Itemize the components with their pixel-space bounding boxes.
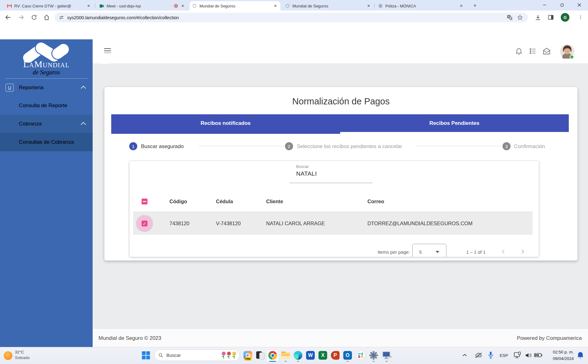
browser-tab-gmail[interactable]: RV: Caso Cierre DTW - gidier@ ✕ xyxy=(4,1,94,11)
remote-desktop-icon[interactable]: ✕ xyxy=(380,349,393,362)
page-size-select[interactable] xyxy=(412,244,446,257)
tab-title: Meet - uxd-diqx-lvp xyxy=(107,4,173,8)
sidebar-item-reporteria[interactable]: U Reporteria xyxy=(0,78,93,97)
page-top-gap xyxy=(0,24,588,39)
items-per-page-label: Items per page: xyxy=(365,249,410,255)
browser-tab-poliza[interactable]: Póliza - MÓNICA ✕ xyxy=(375,1,466,11)
new-tab-button[interactable]: + xyxy=(473,2,476,9)
powerpoint-icon[interactable]: P xyxy=(329,349,341,362)
contrast-app-icon[interactable] xyxy=(254,349,266,362)
select-all-checkbox[interactable] xyxy=(142,199,147,204)
taskbar-clock[interactable]: 02:50 p. m. 09/04/2024 xyxy=(543,349,574,362)
forward-icon[interactable] xyxy=(17,14,25,21)
side-panel-icon[interactable] xyxy=(547,14,555,21)
window-close-button[interactable] xyxy=(571,0,588,10)
browser-tab-meet[interactable]: Meet - uxd-diqx-lvp ✕ xyxy=(97,1,188,11)
search-results-card: Buscar NATALI Código Cédula Cliente Corr… xyxy=(129,161,539,257)
back-icon[interactable] xyxy=(4,14,12,21)
clock-time: 02:50 p. m. xyxy=(543,349,574,356)
previous-page-icon[interactable] xyxy=(500,248,507,255)
tray-expand-icon[interactable] xyxy=(462,353,467,359)
running-indicator-dot xyxy=(386,361,388,362)
onedrive-paused-icon[interactable] xyxy=(475,352,483,360)
reporteria-icon: U xyxy=(6,84,14,92)
home-icon[interactable] xyxy=(43,14,50,21)
edge-icon[interactable] xyxy=(292,349,304,362)
microphone-icon[interactable] xyxy=(488,351,494,360)
search-input[interactable]: NATALI xyxy=(296,170,317,177)
remote-badge: ✕ xyxy=(389,355,392,359)
tab-recibos-pendientes[interactable]: Recibos Pendientes xyxy=(340,114,569,132)
chrome-icon[interactable] xyxy=(266,349,279,362)
speaker-icon[interactable] xyxy=(525,352,532,360)
cell-cedula: V-7438120 xyxy=(216,221,241,226)
row-checkbox[interactable]: ✓ xyxy=(142,221,147,226)
running-indicator-dot xyxy=(297,361,299,362)
translate-icon[interactable] xyxy=(507,15,513,20)
tab-recibos-notificados[interactable]: Recibos notificados xyxy=(111,114,340,132)
window-maximize-button[interactable] xyxy=(553,0,571,10)
step-3-circle[interactable]: 3 xyxy=(502,142,511,150)
table-row[interactable] xyxy=(133,212,533,235)
notifications-icon[interactable] xyxy=(577,351,584,360)
sidebar-item-label: Consultas de Cobranza xyxy=(19,139,74,145)
next-page-icon[interactable] xyxy=(519,248,526,255)
taskbar-search-placeholder: Buscar xyxy=(166,353,222,358)
chevron-up-icon xyxy=(81,122,86,127)
sidebar-item-consulta-de-reporte[interactable]: Consulta de Reporte xyxy=(0,96,93,115)
user-avatar[interactable] xyxy=(560,44,574,60)
site-settings-icon[interactable] xyxy=(59,15,64,20)
browser-tab-mundial-2[interactable]: Mundial de Seguros ✕ xyxy=(283,1,374,11)
hamburger-menu-icon[interactable] xyxy=(104,48,111,53)
step-2-circle[interactable]: 2 xyxy=(285,142,293,150)
chrome-active-indicator xyxy=(269,361,276,362)
mail-icon[interactable] xyxy=(542,47,551,55)
bookmark-star-icon[interactable] xyxy=(517,15,523,20)
kebab-menu-icon[interactable] xyxy=(577,14,584,21)
footer-powered-by: Powered by Compuamerica xyxy=(458,335,582,341)
downloads-icon[interactable] xyxy=(534,14,542,21)
browser-profile-avatar[interactable]: G xyxy=(561,13,569,22)
notifications-bell-icon[interactable] xyxy=(515,47,523,55)
taskbar-search[interactable]: Buscar xyxy=(154,349,240,361)
gmail-icon xyxy=(7,3,12,8)
task-list-icon[interactable] xyxy=(529,47,537,55)
tab-close-icon[interactable]: ✕ xyxy=(86,3,91,8)
word-icon[interactable]: W xyxy=(304,349,317,362)
normalizacion-card: Normalización de Pagos Recibos notificad… xyxy=(104,87,577,261)
sidebar-item-consultas-de-cobranza[interactable]: Consultas de Cobranza xyxy=(0,133,93,151)
tab-close-icon[interactable]: ✕ xyxy=(459,3,464,8)
running-indicator-dot xyxy=(347,361,349,362)
language-indicator[interactable]: ESP xyxy=(500,353,508,358)
settings-gear-icon[interactable] xyxy=(367,349,380,362)
start-button[interactable] xyxy=(142,351,150,359)
battery-icon[interactable] xyxy=(534,353,542,359)
sidebar-item-cobranza[interactable]: Cobranza xyxy=(0,115,93,133)
browser-tab-active[interactable]: Mundial de Seguros ✕ xyxy=(190,1,280,11)
tab-close-icon[interactable]: ✕ xyxy=(180,3,185,8)
tab-close-icon[interactable]: ✕ xyxy=(366,3,371,8)
weather-temp: 32°C xyxy=(15,350,24,354)
tab-separator xyxy=(374,3,375,8)
slack-icon[interactable] xyxy=(354,349,367,362)
column-header-cliente: Cliente xyxy=(266,199,283,204)
step-1-circle[interactable]: 1 xyxy=(129,142,137,150)
tulip-icon xyxy=(222,352,226,359)
outlook-icon[interactable]: O xyxy=(341,349,354,362)
column-header-codigo: Código xyxy=(169,199,187,204)
tab-title: Póliza - MÓNICA xyxy=(385,4,457,8)
step-connector xyxy=(198,146,284,146)
url-text[interactable]: sys2000.lamundialdeseguros.com/#/collect… xyxy=(67,15,507,20)
reload-icon[interactable] xyxy=(30,14,38,21)
tulip-icon xyxy=(227,352,231,359)
file-explorer-icon[interactable] xyxy=(279,349,292,362)
copilot-icon[interactable]: PRE xyxy=(242,349,254,362)
select-dropdown-arrow-icon[interactable] xyxy=(436,251,439,253)
tab-title: RV: Caso Cierre DTW - gidier@ xyxy=(14,4,84,8)
tab-title: Mundial de Seguros xyxy=(200,4,271,8)
excel-icon[interactable]: X xyxy=(317,349,329,362)
tab-close-icon[interactable]: ✕ xyxy=(273,3,278,8)
window-minimize-button[interactable] xyxy=(536,0,553,10)
cast-display-icon[interactable] xyxy=(514,352,521,360)
address-bar[interactable]: sys2000.lamundialdeseguros.com/#/collect… xyxy=(55,13,528,22)
